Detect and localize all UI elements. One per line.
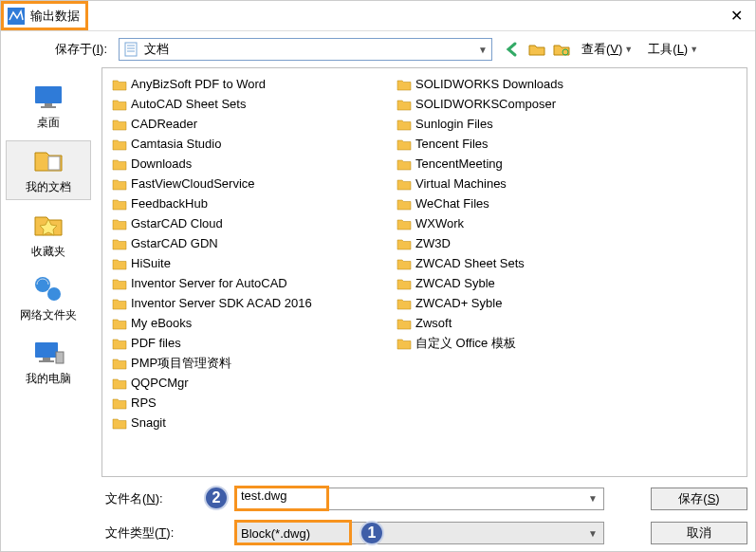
list-item[interactable]: Inventor Server SDK ACAD 2016	[112, 293, 396, 313]
svg-point-11	[47, 287, 61, 301]
folder-icon	[396, 316, 412, 331]
list-item[interactable]: Sunlogin Files	[396, 114, 681, 134]
folder-icon	[396, 256, 412, 271]
list-item[interactable]: CADReader	[112, 114, 396, 134]
computer-icon	[31, 337, 65, 367]
folder-icon	[112, 356, 127, 371]
folder-icon	[396, 216, 412, 231]
list-item[interactable]: Downloads	[112, 154, 396, 174]
sidebar-item-desktop[interactable]: 桌面	[6, 77, 91, 135]
tools-menu[interactable]: 工具(L)▼	[644, 41, 702, 58]
file-list[interactable]: AnyBizSoft PDF to WordAutoCAD Sheet Sets…	[101, 67, 747, 477]
folder-open-icon[interactable]	[528, 41, 545, 58]
app-icon	[8, 8, 25, 25]
filetype-label: 文件类型(T):	[101, 524, 196, 542]
list-item[interactable]: ZWCAD Syble	[396, 273, 681, 293]
svg-rect-8	[41, 106, 56, 108]
list-item[interactable]: ZWCAD Sheet Sets	[396, 253, 681, 273]
desktop-icon	[31, 81, 65, 111]
list-item[interactable]: Zwsoft	[396, 313, 681, 333]
folder-icon	[112, 97, 127, 112]
list-item[interactable]: RPS	[112, 393, 396, 413]
savein-value: 文档	[144, 41, 474, 58]
folder-icon	[396, 276, 412, 291]
folder-icon	[112, 316, 127, 331]
chevron-down-icon: ▼	[478, 45, 488, 55]
list-item[interactable]: Camtasia Studio	[112, 134, 396, 154]
filetype-select[interactable]: Block(*.dwg) ▼	[236, 522, 604, 544]
sidebar-item-computer[interactable]: 我的电脑	[6, 333, 91, 391]
view-menu[interactable]: 查看(V)▼	[578, 41, 636, 58]
svg-rect-15	[56, 352, 64, 363]
folder-icon	[112, 336, 127, 351]
sidebar-item-favorites[interactable]: 收藏夹	[6, 206, 91, 264]
folder-icon	[112, 296, 127, 311]
list-item[interactable]: My eBooks	[112, 313, 396, 333]
svg-rect-6	[35, 86, 62, 103]
list-item[interactable]: PMP项目管理资料	[112, 353, 396, 373]
network-icon	[31, 273, 65, 304]
savein-select[interactable]: 文档 ▼	[119, 38, 492, 61]
folder-icon	[112, 376, 127, 391]
list-item[interactable]: Snagit	[112, 413, 396, 432]
svg-rect-9	[48, 156, 60, 170]
list-item[interactable]: QQPCMgr	[112, 373, 396, 393]
list-item[interactable]: 自定义 Office 模板	[396, 333, 681, 353]
list-item[interactable]: AutoCAD Sheet Sets	[112, 94, 396, 114]
folder-icon	[112, 196, 127, 212]
back-icon[interactable]	[504, 41, 521, 58]
folder-icon	[396, 77, 412, 92]
document-icon	[123, 42, 138, 57]
annotation-badge-2: 2	[204, 486, 229, 510]
list-item[interactable]: GstarCAD GDN	[112, 233, 396, 253]
list-item[interactable]: SOLIDWORKSComposer	[396, 94, 681, 114]
folder-icon	[112, 77, 127, 92]
folder-icon	[396, 156, 412, 172]
folder-icon	[396, 336, 412, 351]
list-item[interactable]: Tencent Files	[396, 134, 681, 154]
chevron-down-icon: ▼	[588, 528, 598, 539]
annotation-badge-1: 1	[360, 521, 384, 545]
toolbar: 保存于(I): 文档 ▼ 查看(V)▼ 工具(L)▼	[1, 31, 755, 67]
chevron-down-icon: ▼	[588, 493, 598, 504]
save-button[interactable]: 保存(S)	[651, 488, 747, 510]
list-item[interactable]: SOLIDWORKS Downloads	[396, 74, 681, 94]
folder-icon	[112, 276, 127, 291]
places-sidebar: 桌面 我的文档 收藏夹 网络文件夹 我的电脑	[1, 67, 96, 552]
list-item[interactable]: PDF files	[112, 333, 396, 353]
folder-icon	[112, 156, 127, 172]
documents-icon	[31, 145, 65, 175]
list-item[interactable]: ZW3D	[396, 233, 681, 253]
filename-label: 文件名(N):	[101, 490, 196, 507]
svg-rect-14	[39, 360, 54, 362]
folder-icon	[112, 396, 127, 411]
list-item[interactable]: WeChat Files	[396, 193, 681, 213]
list-item[interactable]: Inventor Server for AutoCAD	[112, 273, 396, 293]
svg-rect-12	[35, 342, 58, 358]
list-item[interactable]: GstarCAD Cloud	[112, 213, 396, 233]
folder-icon	[396, 236, 412, 251]
list-item[interactable]: ZWCAD+ Syble	[396, 293, 681, 313]
folder-icon	[112, 216, 127, 231]
folder-search-icon[interactable]	[553, 41, 570, 58]
sidebar-item-documents[interactable]: 我的文档	[6, 140, 91, 200]
folder-icon	[112, 236, 127, 251]
sidebar-item-network[interactable]: 网络文件夹	[6, 269, 91, 327]
folder-icon	[112, 137, 127, 152]
list-item[interactable]: WXWork	[396, 213, 681, 233]
list-item[interactable]: Virtual Machines	[396, 174, 681, 193]
close-button[interactable]: ✕	[717, 7, 755, 25]
folder-icon	[112, 176, 127, 192]
folder-icon	[112, 117, 127, 132]
list-item[interactable]: AnyBizSoft PDF to Word	[112, 74, 396, 94]
cancel-button[interactable]: 取消	[651, 522, 747, 544]
folder-icon	[396, 137, 412, 152]
list-item[interactable]: HiSuite	[112, 253, 396, 273]
list-item[interactable]: TencentMeeting	[396, 154, 681, 174]
filename-input[interactable]: test.dwg ▼	[236, 488, 604, 510]
folder-icon	[396, 176, 412, 192]
folder-icon	[112, 256, 127, 271]
list-item[interactable]: FeedbackHub	[112, 193, 396, 213]
folder-icon	[396, 296, 412, 311]
list-item[interactable]: FastViewCloudService	[112, 174, 396, 193]
